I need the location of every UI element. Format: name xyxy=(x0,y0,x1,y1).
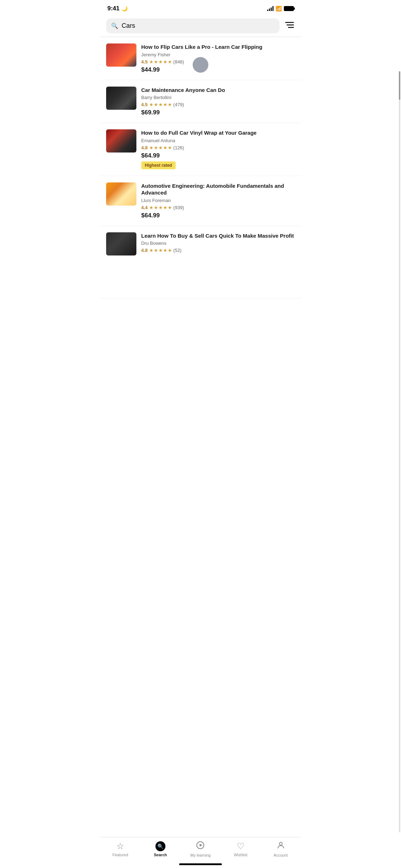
filter-button[interactable] xyxy=(284,20,295,32)
course-rating-2: 4.5 ★ ★ ★ ★ ★ (479) xyxy=(141,102,295,107)
course-title-5: Learn How To Buy & Sell Cars Quick To Ma… xyxy=(141,232,295,239)
status-bar: 9:41 🌙 📶 xyxy=(100,0,301,15)
moon-icon: 🌙 xyxy=(121,6,127,11)
course-thumbnail-4 xyxy=(106,182,136,206)
course-price-4: $64.99 xyxy=(141,212,295,219)
course-instructor-3: Emanuel Antuna xyxy=(141,138,295,143)
course-price-3: $64.99 xyxy=(141,152,295,159)
search-query: Cars xyxy=(122,22,275,30)
stars-5: ★ ★ ★ ★ ★ xyxy=(149,248,172,253)
status-time: 9:41 xyxy=(108,5,120,12)
course-rating-5: 4.8 ★ ★ ★ ★ ★ (52) xyxy=(141,248,295,253)
course-item-5[interactable]: Learn How To Buy & Sell Cars Quick To Ma… xyxy=(100,226,301,299)
course-rating-3: 4.8 ★ ★ ★ ★ ★ (126) xyxy=(141,145,295,150)
course-item-3[interactable]: How to do Full Car Vinyl Wrap at Your Ga… xyxy=(100,123,301,176)
battery-icon xyxy=(284,6,294,11)
status-icons: 📶 xyxy=(267,6,294,11)
course-info-3: How to do Full Car Vinyl Wrap at Your Ga… xyxy=(141,129,295,169)
course-instructor-1: Jeremy Fisher xyxy=(141,52,295,57)
course-instructor-2: Barry Bertollini xyxy=(141,95,295,100)
course-info-5: Learn How To Buy & Sell Cars Quick To Ma… xyxy=(141,232,295,255)
course-thumbnail-1 xyxy=(106,43,136,67)
course-title-3: How to do Full Car Vinyl Wrap at Your Ga… xyxy=(141,129,295,136)
search-bar-container: 🔍 Cars xyxy=(100,15,301,37)
signal-icon xyxy=(267,6,274,11)
course-instructor-5: Dru Bowens xyxy=(141,241,295,246)
course-list: How to Flip Cars Like a Pro - Learn Car … xyxy=(100,37,301,299)
course-title-2: Car Maintenance Anyone Can Do xyxy=(141,87,295,94)
course-rating-4: 4.4 ★ ★ ★ ★ ★ (939) xyxy=(141,205,295,210)
course-thumbnail-5 xyxy=(106,232,136,255)
course-info-4: Automotive Engineering: Automobile Funda… xyxy=(141,182,295,219)
course-item-2[interactable]: Car Maintenance Anyone Can Do Barry Bert… xyxy=(100,80,301,123)
highest-rated-badge: Highest rated xyxy=(141,161,176,169)
course-thumbnail-3 xyxy=(106,129,136,153)
stars-2: ★ ★ ★ ★ ★ xyxy=(149,102,172,107)
stars-1: ★ ★ ★ ★ ★ xyxy=(149,59,172,64)
course-rating-1: 4.5 ★ ★ ★ ★ ★ (848) xyxy=(141,59,295,64)
course-info-1: How to Flip Cars Like a Pro - Learn Car … xyxy=(141,43,295,73)
course-instructor-4: Lluís Foreman xyxy=(141,198,295,203)
search-bar[interactable]: 🔍 Cars xyxy=(106,19,280,33)
course-info-2: Car Maintenance Anyone Can Do Barry Bert… xyxy=(141,87,295,117)
stars-4: ★ ★ ★ ★ ★ xyxy=(149,205,172,210)
course-title-1: How to Flip Cars Like a Pro - Learn Car … xyxy=(141,43,295,51)
course-title-4: Automotive Engineering: Automobile Funda… xyxy=(141,182,295,196)
floating-dot xyxy=(193,57,208,73)
stars-3: ★ ★ ★ ★ ★ xyxy=(149,145,172,150)
course-item-4[interactable]: Automotive Engineering: Automobile Funda… xyxy=(100,176,301,226)
wifi-icon: 📶 xyxy=(276,6,282,11)
course-price-2: $69.99 xyxy=(141,109,295,116)
course-price-1: $44.99 xyxy=(141,66,295,73)
course-thumbnail-2 xyxy=(106,87,136,110)
search-icon: 🔍 xyxy=(111,22,118,29)
